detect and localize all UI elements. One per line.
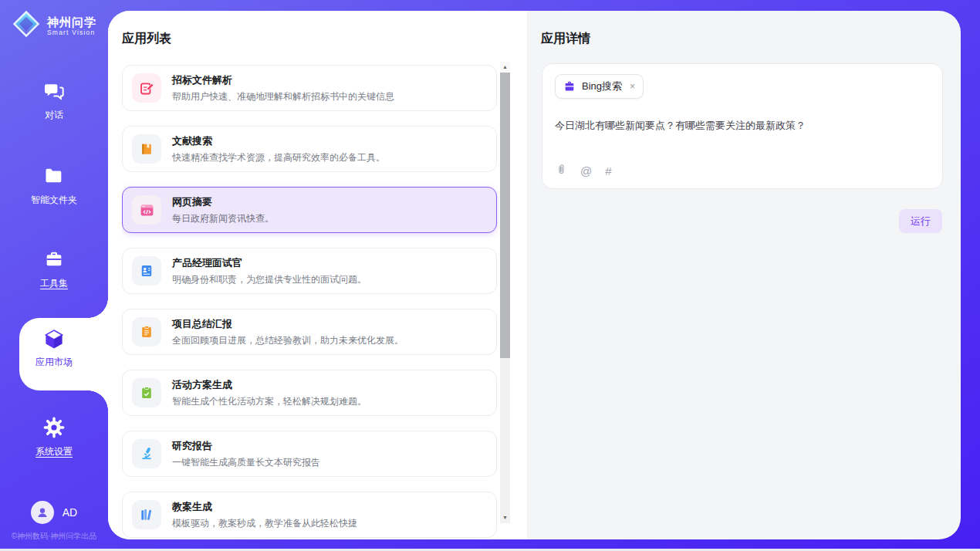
app-card[interactable]: 教案生成 模板驱动，教案秒成，教学准备从此轻松快捷 [122,492,497,538]
query-text[interactable]: 今日湖北有哪些新闻要点？有哪些需要关注的最新政策？ [555,119,930,133]
sidebar-item-label: 系统设置 [0,445,108,458]
app-card-title: 教案生成 [172,500,357,514]
app-detail-title: 应用详情 [541,31,590,47]
sidebar-item-folder[interactable]: 智能文件夹 [0,165,108,207]
app-card[interactable]: 活动方案生成 智能生成个性化活动方案，轻松解决规划难题。 [122,370,497,416]
brand-name: 神州问学 [47,15,96,29]
scroll-up-icon[interactable]: ▲ [500,62,510,73]
app-card[interactable]: 项目总结汇报 全面回顾项目进展，总结经验教训，助力未来优化发展。 [122,309,497,355]
app-cards: 招标文件解析 帮助用户快速、准确地理解和解析招标书中的关键信息 文献搜索 快速精… [122,65,498,539]
tool-chip-label: Bing搜索 [582,79,622,93]
close-icon[interactable]: × [630,81,635,92]
copyright-footer: ©神州数码·神州问学出品 [0,531,108,542]
sidebar-item-label: 工具集 [0,277,108,290]
app-card-desc: 每日政府新闻资讯快查。 [172,212,274,225]
app-card-desc: 模板驱动，教案秒成，教学准备从此轻松快捷 [172,517,357,530]
clipboard-check-icon [132,378,161,407]
sidebar-item-gear[interactable]: 系统设置 [0,417,108,458]
app-card-title: 活动方案生成 [172,378,367,392]
brand-logo: 神州问学 Smart Vision [11,8,96,42]
app-card-desc: 一键智能生成高质量长文本研究报告 [172,456,320,469]
app-card[interactable]: 招标文件解析 帮助用户快速、准确地理解和解析招标书中的关键信息 [122,65,497,111]
app-card[interactable]: 网页摘要 每日政府新闻资讯快查。 [122,187,497,233]
sidebar-item-toolbox[interactable]: 工具集 [0,248,108,290]
app-card-desc: 全面回顾项目进展，总结经验教训，助力未来优化发展。 [172,334,404,347]
scrollbar[interactable]: ▲ ▼ [500,62,510,523]
sidebar-item-label: 应用市场 [0,356,108,369]
scrollbar-thumb[interactable] [500,73,510,358]
app-card[interactable]: 产品经理面试官 明确身份和职责，为您提供专业性的面试问题。 [122,248,497,294]
hash-icon[interactable]: # [605,164,611,177]
app-card-desc: 智能生成个性化活动方案，轻松解决规划难题。 [172,395,367,408]
app-list-title: 应用列表 [122,31,171,47]
app-card-title: 产品经理面试官 [172,256,367,270]
book-icon [132,134,161,164]
app-card-title: 招标文件解析 [172,73,394,87]
sidebar-item-label: 智能文件夹 [0,194,108,207]
app-card[interactable]: 文献搜索 快速精准查找学术资源，提高研究效率的必备工具。 [122,126,497,172]
gear-icon [0,417,108,440]
tool-chip-bing-search[interactable]: Bing搜索 × [555,74,644,99]
toolbox-icon [0,248,108,272]
microscope-icon [132,439,161,468]
person-icon [35,505,49,519]
doc-edit-icon [132,73,161,103]
sidebar-item-chat[interactable]: 对话 [0,80,108,122]
resume-icon [132,256,161,286]
app-frame: 神州问学 Smart Vision 对话 智能文件夹 工具集 应用市场 系统设置… [0,0,980,549]
composer-toolbar: @ # [556,163,612,178]
app-card-desc: 帮助用户快速、准确地理解和解析招标书中的关键信息 [172,90,394,103]
sidebar-item-label: 对话 [0,109,108,122]
app-card-title: 项目总结汇报 [172,317,404,331]
books-icon [132,500,161,529]
chat-icon [0,80,108,103]
folder-icon [0,165,108,188]
avatar [31,501,54,524]
app-list-panel: 应用列表 招标文件解析 帮助用户快速、准确地理解和解析招标书中的关键信息 文献搜… [108,11,527,539]
brand-subtitle: Smart Vision [47,29,96,36]
app-card-desc: 快速精准查找学术资源，提高研究效率的必备工具。 [172,151,385,164]
prompt-composer[interactable]: Bing搜索 × 今日湖北有哪些新闻要点？有哪些需要关注的最新政策？ @ # [542,63,943,189]
user-account[interactable]: AD [0,501,108,524]
app-card-title: 网页摘要 [172,195,274,209]
app-card-desc: 明确身份和职责，为您提供专业性的面试问题。 [172,273,367,286]
browser-code-icon [132,195,161,225]
clipboard-icon [132,317,161,346]
scroll-down-icon[interactable]: ▼ [500,512,510,523]
run-button[interactable]: 运行 [899,209,942,233]
diamond-logo-icon [11,8,42,42]
app-card-title: 文献搜索 [172,134,385,148]
app-card[interactable]: 研究报告 一键智能生成高质量长文本研究报告 [122,431,497,477]
user-initials: AD [63,506,77,519]
app-card-title: 研究报告 [172,439,320,453]
attachment-icon[interactable] [556,163,567,178]
sidebar-item-cube[interactable]: 应用市场 [0,327,108,369]
sidebar: 神州问学 Smart Vision 对话 智能文件夹 工具集 应用市场 系统设置… [0,0,108,549]
content-area: 应用列表 招标文件解析 帮助用户快速、准确地理解和解析招标书中的关键信息 文献搜… [108,11,961,539]
mention-icon[interactable]: @ [580,164,592,177]
cube-icon [0,327,108,350]
app-detail-panel: 应用详情 Bing搜索 × 今日湖北有哪些新闻要点？有哪些需要关注的最新政策？ [527,11,961,539]
briefcase-icon [563,80,576,93]
